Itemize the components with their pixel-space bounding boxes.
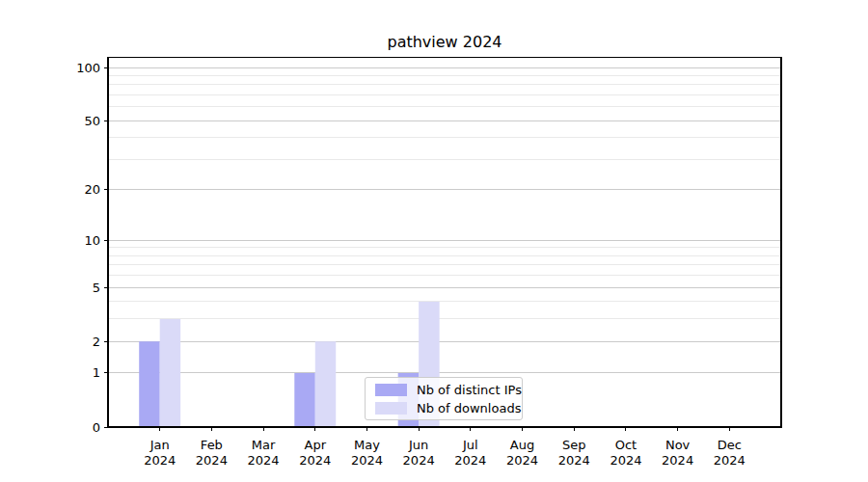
y-tick-label: 10 (84, 233, 100, 248)
y-tick-label: 0 (93, 420, 100, 435)
x-tick-label-month: May (354, 438, 380, 452)
x-tick-label-month: Aug (510, 438, 534, 452)
legend: Nb of distinct IPs Nb of downloads (365, 377, 523, 420)
x-tick-label-month: Mar (252, 438, 276, 452)
x-tick-label-year: 2024 (299, 453, 331, 468)
legend-label-downloads: Nb of downloads (417, 401, 521, 415)
x-tick-label-month: Apr (305, 438, 327, 452)
y-tick-label: 50 (84, 114, 100, 128)
x-tick-label-year: 2024 (662, 453, 693, 468)
bar-downloads (160, 319, 180, 427)
x-tick-label-year: 2024 (610, 453, 641, 468)
y-tick-label: 2 (93, 335, 100, 349)
legend-label-distinct-ips: Nb of distinct IPs (417, 383, 522, 397)
legend-item-downloads: Nb of downloads (375, 401, 522, 415)
legend-swatch-distinct-ips (375, 384, 407, 396)
x-tick-label-year: 2024 (403, 453, 435, 468)
plot-frame (108, 58, 781, 428)
x-tick-label-year: 2024 (558, 453, 590, 468)
x-tick-label-year: 2024 (714, 453, 746, 468)
x-tick-label-year: 2024 (351, 453, 383, 468)
x-tick-label-month: Nov (665, 438, 691, 452)
x-tick-label-month: Oct (615, 438, 637, 452)
x-tick-label-year: 2024 (454, 453, 486, 468)
y-tick-label: 1 (93, 365, 100, 380)
download-stats-figure: pathview 2024 0125102050100Jan2024Feb202… (0, 0, 868, 482)
bar-distinct-ips (294, 373, 314, 427)
x-tick-label-month: Jun (408, 438, 428, 452)
x-tick-label-year: 2024 (144, 453, 176, 468)
x-tick-label-year: 2024 (196, 453, 228, 468)
bar-distinct-ips (139, 341, 159, 427)
x-tick-label-month: Jan (149, 438, 170, 452)
y-tick-label: 100 (76, 61, 100, 75)
x-tick-label-year: 2024 (506, 453, 538, 468)
x-tick-label-month: Sep (562, 438, 586, 452)
legend-swatch-downloads (375, 402, 407, 415)
y-tick-label: 5 (93, 281, 100, 295)
x-tick-label-month: Dec (718, 438, 742, 452)
bar-downloads (315, 341, 336, 427)
x-tick-label-month: Feb (201, 438, 223, 452)
y-tick-label: 20 (84, 182, 100, 197)
legend-item-distinct-ips: Nb of distinct IPs (375, 383, 522, 397)
x-tick-label-year: 2024 (248, 453, 280, 468)
x-tick-label-month: Jul (462, 438, 478, 452)
